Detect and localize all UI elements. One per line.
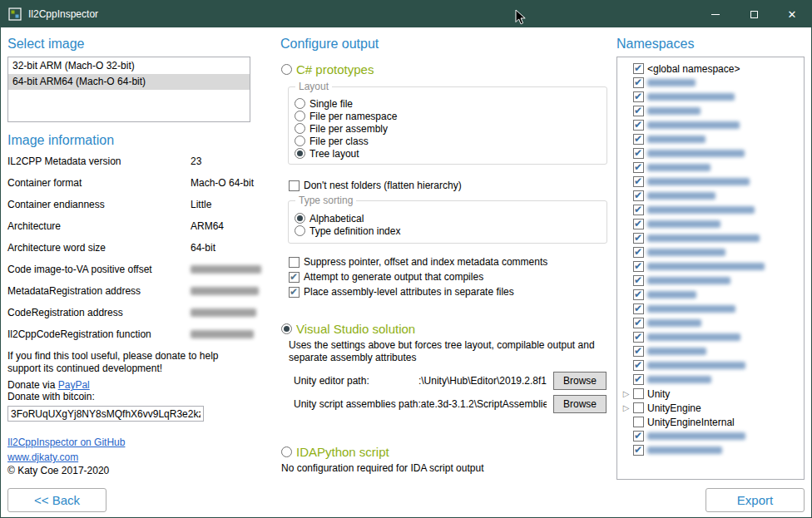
redacted-namespace bbox=[647, 263, 765, 270]
namespace-item[interactable] bbox=[620, 372, 802, 387]
radio-visual-studio-solution[interactable]: Visual Studio solution bbox=[281, 321, 608, 337]
minimize-icon bbox=[711, 14, 720, 15]
checkbox-icon bbox=[633, 77, 644, 88]
radio-alphabetical[interactable]: Alphabetical bbox=[295, 212, 607, 224]
app-window: Il2CppInspector ✕ Select image 32-bit AR… bbox=[0, 0, 812, 518]
redacted-namespace bbox=[647, 432, 745, 440]
browse-editor-button[interactable]: Browse bbox=[553, 372, 607, 390]
namespace-item[interactable] bbox=[620, 76, 802, 90]
website-link[interactable]: www.djkaty.com bbox=[7, 451, 78, 463]
namespace-item[interactable] bbox=[620, 288, 802, 302]
checkbox-dont-nest-folders[interactable]: Don't nest folders (flatten hierarchy) bbox=[289, 179, 608, 192]
redacted-namespace bbox=[647, 220, 720, 228]
export-button[interactable]: Export bbox=[706, 488, 805, 512]
option-label: Alphabetical bbox=[309, 213, 364, 224]
namespace-item-unityengineinternal[interactable]: UnityEngineInternal bbox=[620, 415, 802, 429]
redacted-namespace bbox=[647, 79, 696, 86]
namespace-item[interactable] bbox=[620, 245, 802, 259]
namespace-item[interactable] bbox=[620, 146, 802, 160]
redacted-namespace bbox=[647, 291, 696, 298]
back-button[interactable]: << Back bbox=[7, 488, 106, 512]
radio-icon bbox=[295, 123, 305, 134]
info-label: IL2CPP Metadata version bbox=[7, 155, 121, 167]
checkbox-icon bbox=[633, 247, 644, 258]
info-label: Architecture bbox=[7, 220, 61, 232]
checkbox-icon bbox=[289, 287, 300, 298]
namespace-item[interactable] bbox=[620, 443, 802, 457]
namespace-item-unityengine[interactable]: ▷UnityEngine bbox=[620, 401, 802, 415]
expander-icon[interactable]: ▷ bbox=[621, 403, 631, 412]
github-link[interactable]: Il2CppInspector on GitHub bbox=[7, 437, 125, 448]
redacted-namespace bbox=[647, 178, 750, 185]
radio-idapython-script[interactable]: IDAPython script bbox=[281, 444, 608, 460]
expander-icon[interactable]: ▷ bbox=[621, 389, 631, 398]
redacted-namespace bbox=[647, 93, 735, 101]
info-label: Architecture word size bbox=[7, 242, 106, 254]
namespace-item[interactable] bbox=[620, 104, 802, 118]
namespace-item[interactable] bbox=[620, 330, 802, 344]
checkbox-icon bbox=[289, 272, 300, 283]
radio-csharp-prototypes[interactable]: C# prototypes bbox=[281, 62, 608, 77]
unity-editor-path-label: Unity editor path: bbox=[294, 375, 369, 387]
namespace-item[interactable] bbox=[620, 302, 802, 316]
radio-type-definition-index[interactable]: Type definition index bbox=[295, 224, 607, 237]
namespace-item[interactable] bbox=[620, 358, 802, 372]
namespace-tree[interactable]: <global namespace>▷Unity▷UnityEngineUnit… bbox=[616, 57, 805, 480]
namespace-item[interactable] bbox=[620, 189, 802, 203]
paypal-link[interactable]: PayPal bbox=[58, 379, 90, 391]
namespace-item[interactable] bbox=[620, 90, 802, 104]
minimize-button[interactable] bbox=[696, 1, 735, 27]
namespace-item[interactable] bbox=[620, 316, 802, 330]
maximize-button[interactable] bbox=[735, 1, 773, 27]
checkbox-place-assembly-level-attributes-in-separate-files[interactable]: Place assembly-level attributes in separ… bbox=[289, 284, 608, 299]
namespace-item[interactable] bbox=[620, 259, 802, 274]
radio-file-per-class[interactable]: File per class bbox=[295, 135, 607, 147]
info-row: Code image-to-VA positive offset bbox=[7, 264, 250, 285]
namespace-item[interactable] bbox=[620, 160, 802, 175]
checkbox-icon bbox=[633, 289, 644, 300]
browse-assemblies-button[interactable]: Browse bbox=[553, 395, 607, 413]
radio-file-per-assembly[interactable]: File per assembly bbox=[295, 122, 607, 135]
namespace-item[interactable] bbox=[620, 429, 802, 443]
info-label: MetadataRegistration address bbox=[7, 285, 141, 297]
redacted-namespace bbox=[647, 305, 735, 313]
close-icon: ✕ bbox=[788, 9, 797, 20]
namespace-item-global[interactable]: <global namespace> bbox=[620, 62, 802, 76]
close-button[interactable]: ✕ bbox=[773, 1, 811, 27]
namespace-item[interactable] bbox=[620, 203, 802, 217]
namespace-item[interactable] bbox=[620, 217, 802, 231]
type-sorting-group-label: Type sorting bbox=[295, 195, 356, 206]
image-info-heading: Image information bbox=[7, 132, 250, 148]
redacted-namespace bbox=[647, 362, 745, 369]
info-value: ARM64 bbox=[191, 220, 224, 232]
namespace-item[interactable] bbox=[620, 132, 802, 146]
radio-icon bbox=[281, 64, 292, 75]
info-value: Little bbox=[191, 199, 211, 210]
checkbox-attempt-to-generate-output-that-compiles[interactable]: Attempt to generate output that compiles bbox=[289, 269, 608, 284]
image-list-item[interactable]: 32-bit ARM (Mach-O 32-bit) bbox=[8, 58, 250, 74]
option-label: File per assembly bbox=[309, 123, 388, 135]
checkbox-suppress-pointer-offset-and-index-metadata-comments[interactable]: Suppress pointer, offset and index metad… bbox=[289, 254, 608, 269]
namespace-item[interactable] bbox=[620, 274, 802, 288]
radio-tree-layout[interactable]: Tree layout bbox=[295, 147, 607, 160]
layout-group-label: Layout bbox=[295, 81, 332, 92]
option-label: Single file bbox=[309, 98, 353, 110]
image-list-item[interactable]: 64-bit ARM64 (Mach-O 64-bit) bbox=[8, 74, 250, 90]
namespace-item[interactable] bbox=[620, 118, 802, 132]
info-label: Il2CppCodeRegistration function bbox=[7, 328, 151, 340]
namespace-item-unity[interactable]: ▷Unity bbox=[620, 387, 802, 401]
window-title: Il2CppInspector bbox=[28, 8, 98, 20]
radio-file-per-namespace[interactable]: File per namespace bbox=[295, 110, 607, 122]
info-value: Mach-O 64-bit bbox=[191, 177, 254, 189]
checkbox-icon bbox=[633, 402, 644, 413]
option-label: Type definition index bbox=[309, 225, 400, 237]
radio-icon bbox=[295, 98, 305, 109]
image-listbox[interactable]: 32-bit ARM (Mach-O 32-bit)64-bit ARM64 (… bbox=[7, 57, 250, 122]
radio-icon bbox=[295, 136, 305, 146]
info-row: MetadataRegistration address bbox=[7, 285, 250, 307]
namespace-item[interactable] bbox=[620, 231, 802, 245]
radio-single-file[interactable]: Single file bbox=[295, 97, 607, 110]
namespace-item[interactable] bbox=[620, 175, 802, 189]
bitcoin-address-input[interactable] bbox=[7, 406, 204, 422]
namespace-item[interactable] bbox=[620, 344, 802, 358]
